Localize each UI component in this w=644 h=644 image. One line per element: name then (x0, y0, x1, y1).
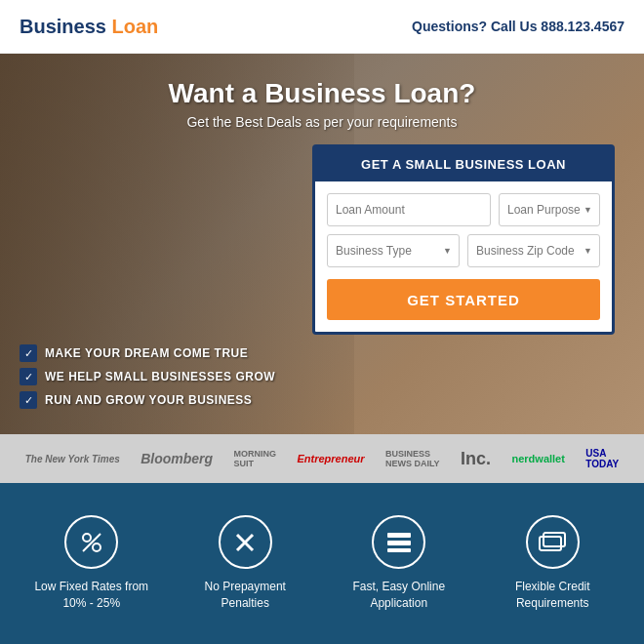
form-row-1: Loan Purpose (327, 193, 600, 226)
checklist-item-2: ✓ WE HELP SMALL BUSINESSES GROW (20, 368, 275, 385)
feature-icon-online (372, 515, 425, 569)
checklist-text-3: RUN AND GROW YOUR BUSINESS (45, 393, 252, 407)
check-icon-2: ✓ (20, 368, 37, 385)
zip-code-select[interactable]: Business Zip Code (467, 234, 600, 267)
feature-item-online: Fast, Easy Online Application (336, 515, 463, 612)
feature-item-prepayment: No Prepayment Penalties (181, 515, 308, 612)
logo-loan: Loan (112, 16, 159, 37)
hero-section: Want a Business Loan? Get the Best Deals… (0, 54, 644, 434)
svg-point-0 (83, 534, 91, 542)
feature-icon-credit (526, 515, 580, 569)
zip-code-wrapper: Business Zip Code (467, 234, 600, 267)
media-logo-morning: MORNINGSUIT (234, 449, 277, 468)
loan-purpose-wrapper: Loan Purpose (499, 193, 600, 226)
media-logo-bnd: BUSINESSNEWS DAILY (385, 449, 440, 468)
form-row-2: Business Type Business Zip Code (327, 234, 600, 267)
business-type-select[interactable]: Business Type (327, 234, 460, 267)
phone-number: 888.123.4567 (541, 19, 624, 34)
svg-rect-6 (387, 541, 411, 545)
svg-line-2 (83, 534, 101, 551)
checklist-item-3: ✓ RUN AND GROW YOUR BUSINESS (20, 391, 275, 409)
business-type-wrapper: Business Type (327, 234, 460, 267)
form-card-header: GET A SMALL BUSINESS LOAN (315, 147, 612, 181)
hero-subtitle: Get the Best Deals as per your requireme… (20, 114, 624, 130)
header: Business Loan Questions? Call Us 888.123… (0, 0, 644, 54)
feature-icon-rates (64, 515, 118, 569)
feature-text-online: Fast, Easy Online Application (336, 579, 463, 612)
checklist-text-1: MAKE YOUR DREAM COME TRUE (45, 346, 248, 360)
feature-icon-prepayment (219, 515, 272, 569)
media-logo-inc: Inc. (461, 449, 491, 469)
feature-text-prepayment: No Prepayment Penalties (181, 579, 308, 612)
svg-point-1 (93, 543, 101, 551)
check-icon-3: ✓ (20, 391, 37, 409)
features-section: Low Fixed Rates from 10% - 25% No Prepay… (0, 483, 644, 644)
svg-rect-7 (387, 548, 411, 552)
loan-amount-input[interactable] (327, 193, 491, 226)
logo-business: Business (20, 16, 106, 37)
contact-text: Questions? Call Us (412, 19, 537, 34)
media-logo-bloomberg: Bloomberg (141, 451, 213, 466)
logo: Business Loan (20, 16, 158, 38)
hero-title: Want a Business Loan? (20, 78, 624, 109)
loan-purpose-select[interactable]: Loan Purpose (499, 193, 600, 226)
loan-form-card: GET A SMALL BUSINESS LOAN Loan Purpose B… (312, 144, 615, 335)
svg-rect-5 (387, 533, 411, 538)
checklist-item-1: ✓ MAKE YOUR DREAM COME TRUE (20, 344, 275, 362)
hero-text: Want a Business Loan? Get the Best Deals… (20, 78, 624, 130)
feature-item-credit: Flexible Credit Requirements (489, 515, 616, 612)
feature-item-rates: Low Fixed Rates from 10% - 25% (28, 515, 155, 612)
checklist: ✓ MAKE YOUR DREAM COME TRUE ✓ WE HELP SM… (20, 344, 275, 415)
get-started-button[interactable]: GET STARTED (327, 279, 600, 320)
feature-text-credit: Flexible Credit Requirements (489, 579, 616, 612)
check-icon-1: ✓ (20, 344, 37, 362)
media-logo-nerdwallet: nerdwallet (511, 453, 564, 464)
media-logo-nyt: The New York Times (25, 454, 120, 464)
media-logo-entrepreneur: Entrepreneur (297, 453, 364, 464)
media-logo-usatoday: USATODAY (585, 448, 619, 469)
header-contact: Questions? Call Us 888.123.4567 (412, 19, 624, 34)
checklist-text-2: WE HELP SMALL BUSINESSES GROW (45, 370, 275, 383)
form-card-body: Loan Purpose Business Type Business Zip … (315, 181, 612, 332)
feature-text-rates: Low Fixed Rates from 10% - 25% (28, 579, 155, 612)
media-logos-bar: The New York Times Bloomberg MORNINGSUIT… (0, 434, 644, 483)
hero-content: Want a Business Loan? Get the Best Deals… (0, 54, 644, 335)
